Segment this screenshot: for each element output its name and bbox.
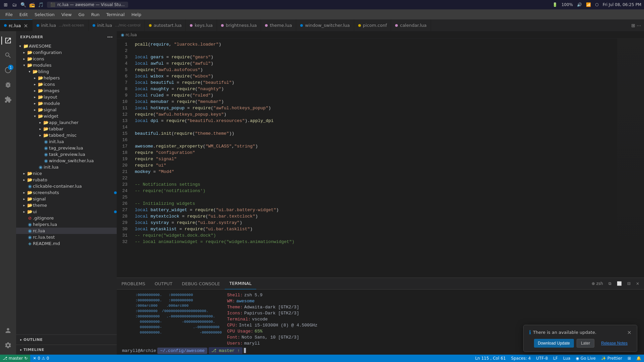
tree-bling-layout[interactable]: ▸ 📂 layout xyxy=(16,94,117,100)
menu-go[interactable]: Go xyxy=(76,11,87,18)
tab-init-exit[interactable]: init.lua …/exit-screen xyxy=(33,19,89,31)
outline-header[interactable]: ▸ OUTLINE xyxy=(16,336,117,343)
menu-run[interactable]: Run xyxy=(89,11,102,18)
code-content[interactable]: pcall(require, "luarocks.loader") local … xyxy=(131,39,617,278)
tree-task-preview[interactable]: ▸ ◉ task_preview.lua xyxy=(16,151,117,158)
tab-keys[interactable]: keys.lua xyxy=(186,19,217,31)
close-terminal-icon[interactable]: × xyxy=(634,281,641,287)
tab-theme[interactable]: theme.lua xyxy=(261,19,296,31)
update-close-button[interactable]: × xyxy=(627,329,632,336)
folder-icon: 📂 xyxy=(27,196,33,201)
status-line-ending[interactable]: LF xyxy=(550,356,560,361)
minimize-terminal-icon[interactable]: ⊟ xyxy=(625,281,633,287)
tree-clickable-container[interactable]: ▸ ◉ clickable-container.lua xyxy=(16,183,117,189)
tree-root-awesome[interactable]: ▾ 📁 AWESOME xyxy=(16,43,117,49)
tree-modules[interactable]: ▾ 📂 modules xyxy=(16,62,117,68)
desktop-icon[interactable]: ⊞ xyxy=(3,2,9,8)
tree-nice[interactable]: ▸ 📂 nice xyxy=(16,170,117,177)
chevron-right-icon: ▸ xyxy=(38,121,43,124)
terminal-tab-output[interactable]: OUTPUT xyxy=(150,278,177,289)
menu-selection[interactable]: Selection xyxy=(32,11,57,18)
status-position[interactable]: Ln 115 , Col 61 xyxy=(473,356,508,361)
sidebar-tree[interactable]: ▾ 📁 AWESOME ▸ 📂 configuration ▸ 📂 icons xyxy=(16,43,117,335)
tree-screenshots[interactable]: ▸ 📂 screenshots xyxy=(16,189,117,196)
tab-autostart[interactable]: autostart.lua xyxy=(145,19,186,31)
tree-bling-icons[interactable]: ▸ 📂 icons xyxy=(16,81,117,87)
release-notes-button[interactable]: Release Notes xyxy=(597,339,632,348)
status-errors[interactable]: ✕ 0 ⚠ 0 xyxy=(30,356,52,361)
tab-rc-lua[interactable]: rc.lua × xyxy=(0,19,33,31)
download-update-button[interactable]: Download Update xyxy=(534,339,574,348)
activity-git[interactable]: 1 xyxy=(1,63,15,77)
status-notifications[interactable]: 🔔 xyxy=(634,356,644,361)
tab-calendar[interactable]: calendar.lua xyxy=(391,19,431,31)
code-editor[interactable]: 12345 678910 1112131415 1617181920 21222… xyxy=(117,39,644,278)
tree-widget-app-launcher[interactable]: ▸ 📂 app_launcher xyxy=(16,119,117,126)
git-branch-status[interactable]: ⎇ master ↻ xyxy=(0,355,30,362)
menu-help[interactable]: Help xyxy=(129,11,144,18)
tab-close[interactable]: × xyxy=(23,22,28,29)
tree-readme[interactable]: ▸ ◈ README.md xyxy=(16,240,117,247)
menu-view[interactable]: View xyxy=(59,11,74,18)
status-go-live[interactable]: ◉ Go Live xyxy=(573,356,598,361)
tree-rc-lua-test[interactable]: ▸ ◉ rc.lua.test xyxy=(16,234,117,240)
activity-settings[interactable] xyxy=(1,339,15,352)
tree-icons[interactable]: ▸ 📂 icons xyxy=(16,56,117,62)
tree-bling-images[interactable]: ▸ 📂 images xyxy=(16,87,117,94)
tree-ui[interactable]: ▸ 📂 ui xyxy=(16,208,117,215)
menu-terminal[interactable]: Terminal xyxy=(104,11,127,18)
tree-widget-tabbed-misc[interactable]: ▸ 📂 tabbed_misc xyxy=(16,132,117,138)
tree-bling-init[interactable]: ▸ ◉ init.lua xyxy=(16,164,117,170)
tab-brightness[interactable]: brightness.lua xyxy=(217,19,261,31)
later-button[interactable]: Later xyxy=(577,339,594,348)
spaces-label: Spaces: xyxy=(511,356,527,361)
activity-account[interactable] xyxy=(1,324,15,337)
tree-signal[interactable]: ▸ 📂 signal xyxy=(16,196,117,202)
files-icon[interactable]: 🗂 xyxy=(11,2,17,8)
tree-tag-preview[interactable]: ▸ ◉ tag_preview.lua xyxy=(16,145,117,151)
status-spaces[interactable]: Spaces: 4 xyxy=(508,356,534,361)
split-terminal-icon[interactable]: ⧉ xyxy=(606,281,613,287)
tab-label: rc.lua xyxy=(9,23,21,28)
folder-icon: 📂 xyxy=(38,75,44,80)
tree-bling[interactable]: ▾ 📂 bling xyxy=(16,68,117,75)
tree-configuration[interactable]: ▸ 📂 configuration xyxy=(16,49,117,56)
tree-window-switcher[interactable]: ▸ ◉ window_switcher.lua xyxy=(16,158,117,164)
radio-icon[interactable]: 📻 xyxy=(29,2,35,8)
tree-theme[interactable]: ▸ 📂 theme xyxy=(16,202,117,208)
tree-bling-signal[interactable]: ▸ 📂 signal xyxy=(16,107,117,113)
status-language[interactable]: Lua xyxy=(560,356,573,361)
search-icon[interactable]: 🔍 xyxy=(20,2,26,8)
activity-extensions[interactable] xyxy=(1,93,15,106)
terminal-tab-problems[interactable]: PROBLEMS xyxy=(117,278,150,289)
split-editor-icon[interactable]: ⊞ xyxy=(631,23,635,28)
activity-search[interactable] xyxy=(1,49,15,62)
tree-bling-helpers[interactable]: ▸ 📂 helpers xyxy=(16,75,117,81)
status-prettier[interactable]: ✨ Prettier xyxy=(598,356,625,361)
more-tabs-icon[interactable]: ⋯ xyxy=(637,23,641,28)
maximize-terminal-icon[interactable]: ⬜ xyxy=(615,281,624,287)
tree-rubato[interactable]: ▸ 📂 rubato xyxy=(16,177,117,183)
activity-debug[interactable] xyxy=(1,78,15,92)
status-remote[interactable]: ⊞ xyxy=(625,356,634,361)
music-icon[interactable]: 🎵 xyxy=(38,2,44,8)
timeline-header[interactable]: ▸ TIMELINE xyxy=(16,346,117,353)
tree-bling-module[interactable]: ▸ 📂 module xyxy=(16,100,117,107)
menu-edit[interactable]: Edit xyxy=(17,11,31,18)
tree-bling-widget[interactable]: ▾ 📂 widget xyxy=(16,113,117,119)
sidebar-more-icon[interactable]: ⋯ xyxy=(107,34,113,40)
status-encoding[interactable]: UTF-8 xyxy=(533,356,550,361)
tree-widget-init[interactable]: ▸ ◉ init.lua xyxy=(16,138,117,145)
tree-widget-tabbar[interactable]: ▸ 📂 tabbar xyxy=(16,126,117,132)
activity-explorer[interactable] xyxy=(1,34,15,47)
tree-rc-lua[interactable]: ▸ ◉ rc.lua xyxy=(16,228,117,234)
tab-picom[interactable]: picom.conf xyxy=(354,19,391,31)
tab-window-switcher[interactable]: window_switcher.lua xyxy=(296,19,354,31)
tab-init-mic[interactable]: init.lua …/mic-control xyxy=(89,19,145,31)
tree-gitignore[interactable]: ▸ ⊘ .gitignore xyxy=(16,215,117,221)
terminal-tab-terminal[interactable]: TERMINAL xyxy=(225,278,256,289)
tree-helpers[interactable]: ▸ ◉ helpers.lua xyxy=(16,221,117,228)
menu-file[interactable]: File xyxy=(3,11,15,18)
terminal-tab-debug-console[interactable]: DEBUG CONSOLE xyxy=(177,278,225,289)
folder-open-icon: 📂 xyxy=(27,63,33,68)
